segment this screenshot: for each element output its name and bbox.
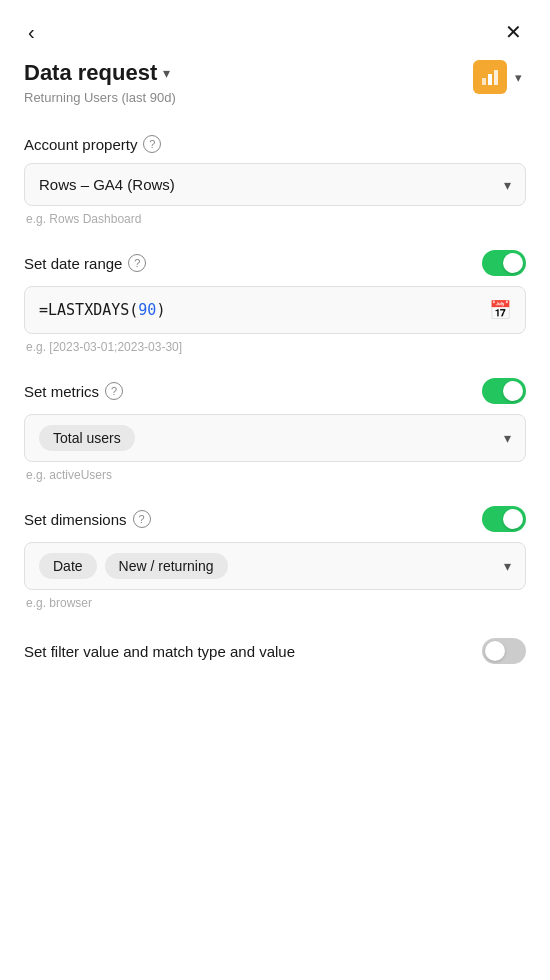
filter-section: Set filter value and match type and valu… [0, 622, 550, 680]
dimensions-chips: Date New / returning [39, 553, 228, 579]
dimensions-chip-new-returning: New / returning [105, 553, 228, 579]
page-subtitle: Returning Users (last 90d) [24, 90, 176, 105]
date-range-field[interactable]: =LASTXDAYS(90) 📅 [24, 286, 526, 334]
account-property-section: Account property ? Rows – GA4 (Rows) ▾ e… [0, 123, 550, 238]
dimensions-label-row: Set dimensions ? [24, 506, 526, 532]
date-range-toggle[interactable] [482, 250, 526, 276]
date-range-hint: e.g. [2023-03-01;2023-03-30] [24, 340, 526, 354]
dimensions-label: Set dimensions ? [24, 510, 151, 528]
svg-rect-0 [482, 78, 486, 85]
header-icon-group: ▾ [473, 60, 526, 94]
date-range-help-icon[interactable]: ? [128, 254, 146, 272]
metrics-chip-total-users: Total users [39, 425, 135, 451]
date-range-value: =LASTXDAYS(90) [39, 301, 165, 319]
account-property-hint: e.g. Rows Dashboard [24, 212, 526, 226]
dimensions-chip-date: Date [39, 553, 97, 579]
account-property-help-icon[interactable]: ? [143, 135, 161, 153]
page-title: Data request [24, 60, 157, 86]
metrics-label-row: Set metrics ? [24, 378, 526, 404]
title-chevron-icon[interactable]: ▾ [163, 65, 170, 81]
chart-svg [480, 67, 500, 87]
svg-rect-1 [488, 74, 492, 85]
dimensions-dropdown[interactable]: Date New / returning ▾ [24, 542, 526, 590]
dimensions-toggle[interactable] [482, 506, 526, 532]
filter-toggle[interactable] [482, 638, 526, 664]
dimensions-arrow-icon: ▾ [504, 558, 511, 574]
account-property-label-row: Account property ? [24, 135, 526, 153]
metrics-help-icon[interactable]: ? [105, 382, 123, 400]
date-range-label: Set date range ? [24, 254, 146, 272]
filter-label: Set filter value and match type and valu… [24, 643, 295, 660]
header-left: Data request ▾ Returning Users (last 90d… [24, 60, 176, 105]
account-property-label: Account property ? [24, 135, 161, 153]
back-button[interactable]: ‹ [20, 18, 43, 46]
date-range-section: Set date range ? =LASTXDAYS(90) 📅 e.g. [… [0, 238, 550, 366]
close-button[interactable]: ✕ [497, 18, 530, 46]
metrics-section: Set metrics ? Total users ▾ e.g. activeU… [0, 366, 550, 494]
dimensions-hint: e.g. browser [24, 596, 526, 610]
account-property-dropdown[interactable]: Rows – GA4 (Rows) ▾ [24, 163, 526, 206]
metrics-label: Set metrics ? [24, 382, 123, 400]
metrics-chips: Total users [39, 425, 135, 451]
calendar-icon: 📅 [489, 299, 511, 321]
dimensions-section: Set dimensions ? Date New / returning ▾ … [0, 494, 550, 622]
account-property-value: Rows – GA4 (Rows) [39, 176, 175, 193]
chart-icon[interactable] [473, 60, 507, 94]
svg-rect-2 [494, 70, 498, 85]
metrics-toggle[interactable] [482, 378, 526, 404]
top-nav: ‹ ✕ [0, 0, 550, 56]
filter-label-row: Set filter value and match type and valu… [24, 638, 526, 664]
metrics-hint: e.g. activeUsers [24, 468, 526, 482]
header-icon-chevron[interactable]: ▾ [511, 66, 526, 89]
dimensions-help-icon[interactable]: ? [133, 510, 151, 528]
metrics-dropdown[interactable]: Total users ▾ [24, 414, 526, 462]
account-property-arrow-icon: ▾ [504, 177, 511, 193]
metrics-arrow-icon: ▾ [504, 430, 511, 446]
date-range-label-row: Set date range ? [24, 250, 526, 276]
header-title: Data request ▾ [24, 60, 176, 86]
header-section: Data request ▾ Returning Users (last 90d… [0, 56, 550, 123]
